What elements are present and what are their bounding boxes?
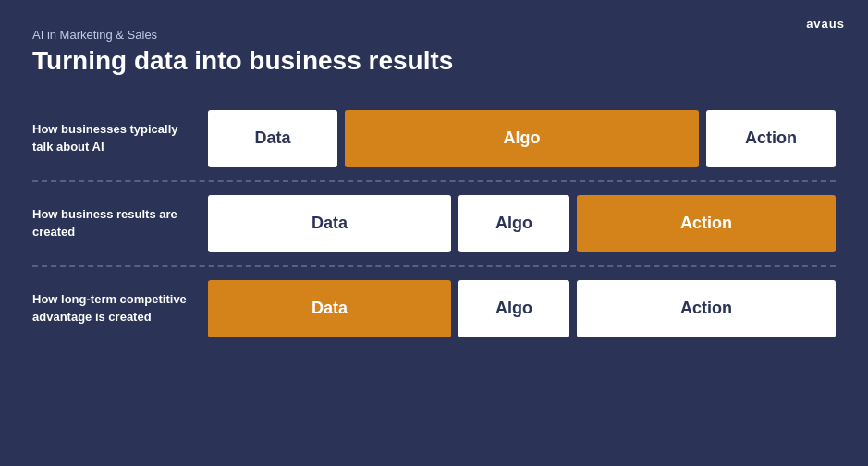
row-3-data-block: Data xyxy=(208,280,451,337)
row-1-action-block: Action xyxy=(706,110,836,167)
row-1-algo-block: Algo xyxy=(345,110,699,167)
row-3-algo-block: Algo xyxy=(458,280,569,337)
row-2-data-block: Data xyxy=(208,195,451,252)
subtitle: AI in Marketing & Sales xyxy=(32,28,836,42)
row-2: How business results are created Data Al… xyxy=(32,182,836,265)
main-container: avaus AI in Marketing & Sales Turning da… xyxy=(0,0,868,466)
row-1-blocks: Data Algo Action xyxy=(208,110,836,167)
row-2-action-block: Action xyxy=(577,195,836,252)
row-1-data-block: Data xyxy=(208,110,337,167)
page-title: Turning data into business results xyxy=(32,45,836,77)
row-1: How businesses typically talk about AI D… xyxy=(32,97,836,180)
row-2-algo-block: Algo xyxy=(458,195,569,252)
row-3-action-block: Action xyxy=(577,280,836,337)
row-2-blocks: Data Algo Action xyxy=(208,195,836,252)
row-1-label: How businesses typically talk about AI xyxy=(32,121,208,154)
row-3-blocks: Data Algo Action xyxy=(208,280,836,337)
row-3: How long-term competitive advantage is c… xyxy=(32,267,836,350)
row-2-label: How business results are created xyxy=(32,206,208,239)
logo: avaus xyxy=(806,17,845,31)
row-3-label: How long-term competitive advantage is c… xyxy=(32,291,208,325)
rows-wrapper: How businesses typically talk about AI D… xyxy=(32,97,836,448)
